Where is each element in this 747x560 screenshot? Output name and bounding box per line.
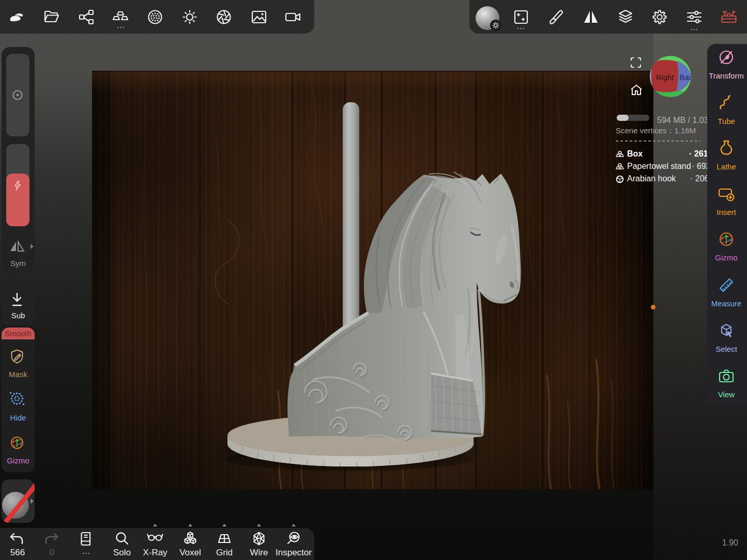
svg-text:Bac: Bac xyxy=(680,73,692,82)
svg-text:Right: Right xyxy=(656,73,674,82)
